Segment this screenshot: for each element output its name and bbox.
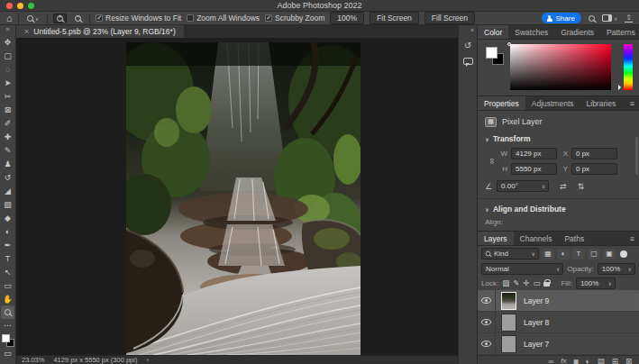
width-field[interactable]: 4129 px bbox=[511, 148, 557, 159]
tab-adjustments[interactable]: Adjustments bbox=[525, 96, 580, 110]
type-tool[interactable]: T bbox=[1, 251, 14, 265]
dodge-tool[interactable]: ◐ bbox=[1, 224, 14, 238]
visibility-cell[interactable] bbox=[478, 312, 496, 332]
filter-adjustment-layers-icon[interactable]: ◐ bbox=[557, 249, 570, 259]
properties-scrollbar-thumb[interactable] bbox=[635, 137, 638, 175]
home-icon[interactable]: ⌂ bbox=[6, 14, 13, 23]
healing-brush-tool[interactable]: ✚ bbox=[1, 130, 14, 143]
tab-gradients[interactable]: Gradients bbox=[554, 25, 600, 39]
transform-section-header[interactable]: ∨ Transform bbox=[485, 134, 632, 143]
layer-mask-icon[interactable]: ◙ bbox=[573, 358, 578, 364]
lasso-tool[interactable]: ◌ bbox=[1, 62, 14, 76]
height-field[interactable]: 5550 px bbox=[511, 163, 557, 175]
tab-layers[interactable]: Layers bbox=[478, 232, 514, 245]
link-dimensions-icon[interactable]: ∞ bbox=[488, 155, 497, 168]
layer-name[interactable]: Layer 7 bbox=[524, 340, 549, 349]
eraser-tool[interactable]: ◢ bbox=[1, 184, 14, 197]
flip-horizontal-icon[interactable]: ⇄ bbox=[560, 182, 567, 191]
hue-slider[interactable] bbox=[624, 44, 633, 90]
filter-kind-select[interactable]: Kind bbox=[481, 248, 539, 259]
link-layers-icon[interactable]: ∞ bbox=[548, 358, 553, 364]
brush-tool[interactable]: ✎ bbox=[1, 143, 14, 157]
history-brush-tool[interactable]: ↺ bbox=[1, 170, 14, 184]
close-icon[interactable]: × bbox=[24, 27, 29, 36]
layer-name[interactable]: Layer 8 bbox=[524, 318, 549, 327]
document-image[interactable] bbox=[126, 42, 361, 355]
tab-properties[interactable]: Properties bbox=[478, 96, 525, 110]
fill-screen-button[interactable]: Fill Screen bbox=[424, 12, 475, 24]
zoom-tool[interactable] bbox=[1, 305, 14, 319]
lock-position-icon[interactable]: ✛ bbox=[523, 278, 529, 287]
zoom-all-windows-checkbox[interactable]: Zoom All Windows bbox=[187, 14, 260, 23]
layer-row-layer-7[interactable]: Layer 7 bbox=[478, 333, 639, 355]
panel-menu-icon[interactable]: ≡ bbox=[630, 96, 639, 110]
pen-tool[interactable]: ✒ bbox=[1, 238, 14, 251]
frame-tool[interactable]: ⊠ bbox=[1, 103, 14, 116]
edit-toolbar-button[interactable]: ⋯ bbox=[1, 319, 14, 332]
y-field[interactable]: 0 px bbox=[571, 163, 617, 175]
visibility-cell[interactable] bbox=[478, 333, 496, 354]
share-button[interactable]: Share bbox=[542, 13, 581, 23]
visibility-cell[interactable] bbox=[478, 290, 496, 311]
saturation-brightness-box[interactable] bbox=[510, 44, 611, 90]
history-panel-icon[interactable]: ↺ bbox=[464, 41, 471, 50]
x-field[interactable]: 0 px bbox=[571, 148, 617, 159]
panel-menu-icon[interactable]: ≡ bbox=[630, 232, 639, 245]
layer-thumbnail[interactable] bbox=[501, 314, 516, 332]
blend-mode-select[interactable]: Normal bbox=[481, 263, 563, 275]
move-tool[interactable]: ✥ bbox=[1, 35, 14, 49]
tab-patterns[interactable]: Patterns bbox=[600, 25, 639, 39]
workspace-switcher[interactable]: ∨ bbox=[602, 14, 617, 22]
path-selection-tool[interactable]: ↖ bbox=[1, 265, 14, 278]
align-section-header[interactable]: ∨ Align and Distribute bbox=[485, 205, 632, 214]
dock-collapse-icon[interactable]: « bbox=[470, 27, 474, 33]
tab-libraries[interactable]: Libraries bbox=[580, 96, 623, 110]
crop-tool[interactable]: ✂ bbox=[1, 89, 14, 103]
hand-tool[interactable]: ✋ bbox=[1, 292, 14, 305]
flip-vertical-icon[interactable]: ⇅ bbox=[578, 182, 585, 191]
layer-thumbnail[interactable] bbox=[501, 292, 516, 310]
new-layer-icon[interactable]: ⊞ bbox=[612, 358, 618, 364]
layer-effects-icon[interactable]: fx bbox=[561, 358, 566, 364]
export-icon[interactable]: ⇧ bbox=[625, 14, 633, 23]
filter-type-layers-icon[interactable]: T bbox=[572, 249, 585, 259]
zoom-100-button[interactable]: 100% bbox=[330, 12, 364, 24]
layers-scrollbar-thumb[interactable] bbox=[635, 292, 638, 310]
lock-artboard-icon[interactable]: ▭ bbox=[533, 278, 540, 287]
filter-pixel-layers-icon[interactable]: ▦ bbox=[542, 249, 554, 259]
marquee-tool[interactable]: ▢ bbox=[1, 49, 14, 62]
delete-layer-icon[interactable]: ⊠ bbox=[625, 358, 632, 364]
filter-smart-objects-icon[interactable]: ▣ bbox=[603, 249, 616, 259]
blur-tool[interactable]: ◆ bbox=[1, 211, 14, 224]
layer-row-layer-9[interactable]: Layer 9 bbox=[478, 290, 639, 312]
search-icon[interactable] bbox=[589, 15, 595, 22]
hue-slider-marker[interactable] bbox=[618, 85, 624, 90]
foreground-background-colors[interactable] bbox=[1, 333, 14, 347]
foreground-color-swatch[interactable] bbox=[486, 47, 498, 59]
layer-row-layer-8[interactable]: Layer 8 bbox=[478, 312, 639, 333]
status-expand-icon[interactable]: › bbox=[146, 356, 149, 364]
rectangle-tool[interactable]: ▭ bbox=[1, 278, 14, 292]
fit-screen-button[interactable]: Fit Screen bbox=[370, 12, 419, 24]
toolbar-collapse-icon[interactable]: » bbox=[6, 26, 10, 32]
tab-paths[interactable]: Paths bbox=[558, 232, 590, 245]
resize-windows-to-fit-checkbox[interactable]: ✓ Resize Windows to Fit bbox=[96, 14, 181, 23]
comments-panel-icon[interactable] bbox=[463, 58, 473, 65]
adjustment-layer-icon[interactable]: ◐ bbox=[586, 358, 590, 364]
lock-paint-icon[interactable]: ✎ bbox=[513, 278, 519, 287]
zoom-tool-preset[interactable]: ∨ bbox=[24, 14, 41, 23]
tab-swatches[interactable]: Swatches bbox=[508, 25, 554, 39]
scrubby-zoom-checkbox[interactable]: ✓ Scrubby Zoom bbox=[265, 14, 324, 23]
eyedropper-tool[interactable]: ✐ bbox=[1, 116, 14, 130]
lock-transparency-icon[interactable]: ▨ bbox=[502, 278, 509, 287]
canvas-area[interactable]: 23.03% 4129 px x 5550 px (300 ppi) › bbox=[16, 38, 458, 364]
status-zoom-level[interactable]: 23.03% bbox=[22, 356, 44, 364]
gradient-tool[interactable]: ▧ bbox=[1, 197, 14, 211]
filter-toggle-icon[interactable] bbox=[620, 250, 627, 258]
layer-name[interactable]: Layer 9 bbox=[524, 296, 549, 305]
zoom-in-button[interactable]: + bbox=[53, 14, 67, 23]
zoom-out-button[interactable]: − bbox=[72, 14, 84, 23]
rotation-field[interactable]: 0.00° bbox=[497, 180, 549, 192]
document-tab[interactable]: × Untitled-5.psb @ 23% (Layer 9, RGB/16*… bbox=[16, 25, 184, 38]
foreground-color-swatch[interactable] bbox=[2, 334, 10, 342]
